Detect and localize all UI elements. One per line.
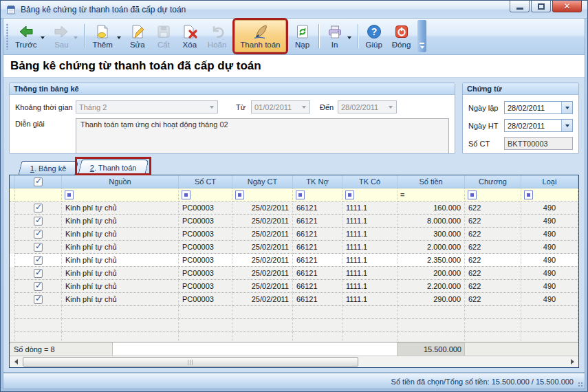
cell-so_ct[interactable]: PC00003	[179, 280, 232, 293]
cell-loai[interactable]: 490	[521, 228, 578, 241]
cell-so_ct[interactable]: PC00003	[179, 202, 232, 215]
column-header-tk_co[interactable]: TK Có	[342, 175, 398, 188]
cell-tk_co[interactable]: 1111.1	[342, 202, 398, 215]
toolbar-button-them[interactable]: Thêm	[87, 21, 124, 52]
dropdown-caret-icon[interactable]	[347, 36, 351, 39]
filter-cell-ngay_ct[interactable]	[232, 188, 293, 202]
row-checkbox[interactable]	[34, 282, 43, 291]
table-row[interactable]: Kinh phí tự chủPC0000325/02/201166121111…	[10, 228, 578, 241]
tab-bang-ke[interactable]: 1. Bảng kê	[20, 161, 77, 175]
table-row[interactable]: Kinh phí tự chủPC0000325/02/201166121111…	[10, 215, 578, 228]
cell-ngay_ct[interactable]: 25/02/2011	[232, 241, 293, 254]
table-row[interactable]: Kinh phí tự chủPC0000325/02/201166121111…	[10, 293, 578, 306]
filter-cell-nguon[interactable]	[62, 188, 179, 202]
cell-checkbox[interactable]	[15, 254, 62, 267]
cell-tk_co[interactable]: 1111.1	[342, 254, 398, 267]
toolbar-button-in[interactable]: In	[322, 21, 355, 52]
cell-ngay_ct[interactable]: 25/02/2011	[232, 254, 293, 267]
filter-cell-so_tien[interactable]: =	[398, 188, 465, 202]
cell-chuong[interactable]: 622	[465, 215, 521, 228]
cell-so_tien[interactable]: 2.200.000	[398, 280, 465, 293]
scroll-right-button[interactable]	[567, 358, 577, 366]
cell-so_ct[interactable]: PC00003	[179, 215, 232, 228]
to-date-field[interactable]: 28/02/2011	[338, 100, 397, 113]
column-header-tk_no[interactable]: TK Nợ	[293, 175, 342, 188]
cell-loai[interactable]: 490	[521, 254, 578, 267]
cell-so_tien[interactable]: 8.000.000	[398, 215, 465, 228]
cell-tk_co[interactable]: 1111.1	[342, 280, 398, 293]
chevron-down-icon[interactable]	[206, 101, 217, 113]
cell-nguon[interactable]: Kinh phí tự chủ	[62, 241, 179, 254]
cell-tk_no[interactable]: 66121	[293, 267, 342, 280]
cell-nguon[interactable]: Kinh phí tự chủ	[62, 280, 179, 293]
chevron-down-icon[interactable]	[561, 102, 572, 113]
cell-loai[interactable]: 490	[521, 280, 578, 293]
cell-so_tien[interactable]: 160.000	[398, 202, 465, 215]
table-row[interactable]: Kinh phí tự chủPC0000325/02/201166121111…	[10, 241, 578, 254]
dropdown-caret-icon[interactable]	[117, 36, 121, 39]
filter-cell-so_ct[interactable]	[179, 188, 232, 202]
cell-chuong[interactable]: 622	[465, 228, 521, 241]
cell-nguon[interactable]: Kinh phí tự chủ	[62, 202, 179, 215]
filter-cell-chuong[interactable]	[465, 188, 521, 202]
cell-so_ct[interactable]: PC00003	[179, 228, 232, 241]
cell-so_tien[interactable]: 2.000.000	[398, 241, 465, 254]
dropdown-caret-icon[interactable]	[74, 36, 78, 39]
filter-cell-check[interactable]	[15, 188, 62, 202]
cell-nguon[interactable]: Kinh phí tự chủ	[62, 215, 179, 228]
column-header-ngay_ct[interactable]: Ngày CT	[232, 175, 293, 188]
row-checkbox[interactable]	[34, 243, 43, 252]
cell-checkbox[interactable]	[15, 267, 62, 280]
scroll-left-button[interactable]	[11, 358, 21, 366]
cell-nguon[interactable]: Kinh phí tự chủ	[62, 293, 179, 306]
table-row[interactable]: Kinh phí tự chủPC0000325/02/201166121111…	[10, 280, 578, 293]
cell-chuong[interactable]: 622	[465, 202, 521, 215]
maximize-button[interactable]	[531, 1, 551, 12]
cell-ngay_ct[interactable]: 25/02/2011	[232, 280, 293, 293]
cell-checkbox[interactable]	[15, 202, 62, 215]
created-date-field[interactable]: 28/02/2011	[504, 101, 573, 114]
cell-tk_no[interactable]: 66121	[293, 228, 342, 241]
cell-tk_no[interactable]: 66121	[293, 293, 342, 306]
filter-icon[interactable]	[345, 190, 354, 199]
filter-cell-tk_co[interactable]	[342, 188, 398, 202]
cell-checkbox[interactable]	[15, 215, 62, 228]
cell-chuong[interactable]: 622	[465, 254, 521, 267]
column-header-so_ct[interactable]: Số CT	[179, 175, 232, 188]
toolbar-overflow-button[interactable]	[417, 20, 426, 52]
cell-so_tien[interactable]: 2.350.000	[398, 254, 465, 267]
cell-tk_co[interactable]: 1111.1	[342, 241, 398, 254]
toolbar-button-giup[interactable]: ?Giúp	[361, 21, 387, 52]
column-header-so_tien[interactable]: Số tiền	[398, 175, 465, 188]
row-checkbox[interactable]	[34, 217, 43, 226]
cell-ngay_ct[interactable]: 25/02/2011	[232, 202, 293, 215]
cell-so_ct[interactable]: PC00003	[179, 267, 232, 280]
column-header-nguon[interactable]: Nguồn	[62, 175, 179, 188]
filter-icon[interactable]	[296, 190, 305, 199]
cell-loai[interactable]: 490	[521, 241, 578, 254]
table-row[interactable]: Kinh phí tự chủPC0000325/02/201166121111…	[10, 202, 578, 215]
cell-tk_co[interactable]: 1111.1	[342, 293, 398, 306]
filter-icon[interactable]	[235, 190, 244, 199]
column-header-checkbox[interactable]	[15, 175, 62, 188]
toolbar-button-thanh-toan[interactable]: Thanh toán	[235, 20, 285, 52]
cell-so_tien[interactable]: 200.000	[398, 267, 465, 280]
chevron-down-icon[interactable]	[385, 101, 396, 113]
toolbar-button-nap[interactable]: Nạp	[290, 21, 316, 52]
cell-chuong[interactable]: 622	[465, 280, 521, 293]
cell-tk_no[interactable]: 66121	[293, 254, 342, 267]
chevron-down-icon[interactable]	[561, 120, 572, 131]
cell-loai[interactable]: 490	[521, 202, 578, 215]
cell-chuong[interactable]: 622	[465, 267, 521, 280]
horizontal-scrollbar[interactable]	[10, 356, 578, 367]
cell-loai[interactable]: 490	[521, 215, 578, 228]
row-checkbox[interactable]	[34, 256, 43, 265]
cell-chuong[interactable]: 622	[465, 293, 521, 306]
toolbar-button-xoa[interactable]: Xóa	[177, 21, 203, 52]
cell-tk_no[interactable]: 66121	[293, 215, 342, 228]
posting-date-field[interactable]: 28/02/2011	[504, 119, 573, 132]
resize-grip[interactable]	[577, 381, 583, 387]
cell-tk_no[interactable]: 66121	[293, 280, 342, 293]
dropdown-caret-icon[interactable]	[41, 36, 45, 39]
table-row[interactable]: Kinh phí tự chủPC0000325/02/201166121111…	[10, 267, 578, 280]
